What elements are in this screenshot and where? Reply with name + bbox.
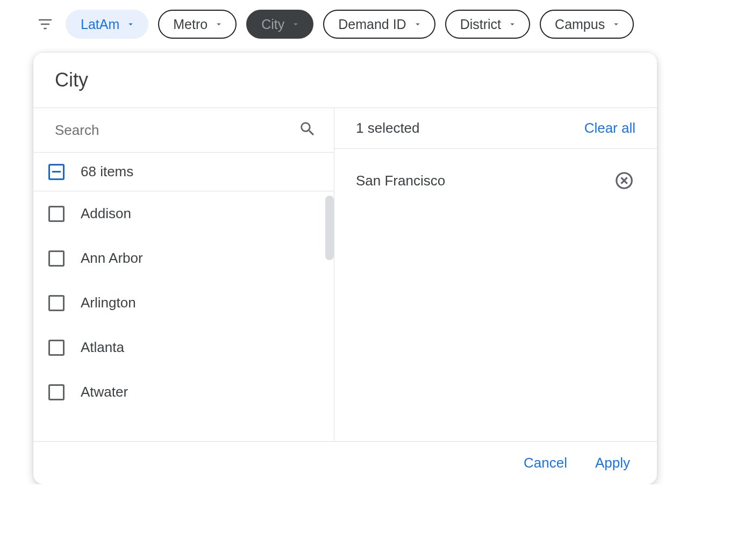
panel-footer: Cancel Apply <box>33 441 657 484</box>
chip-label: Demand ID <box>338 17 406 32</box>
checkbox-icon[interactable] <box>48 384 65 400</box>
selected-count-label: 1 selected <box>356 120 420 137</box>
filter-chip-bar: LatAm Metro City Demand ID District <box>31 10 698 39</box>
dropdown-caret-icon <box>214 19 224 29</box>
list-item[interactable]: Addison <box>33 191 334 236</box>
selected-column: 1 selected Clear all San Francisco <box>334 108 657 441</box>
remove-item-icon[interactable] <box>614 170 634 191</box>
list-item-label: Atlanta <box>81 339 124 356</box>
filter-list-icon[interactable] <box>34 16 56 33</box>
list-item[interactable]: Atlanta <box>33 325 334 370</box>
chip-label: City <box>261 17 284 32</box>
selected-item: San Francisco <box>334 154 657 207</box>
list-item-label: Atwater <box>81 384 128 400</box>
checkbox-icon[interactable] <box>48 206 65 222</box>
indeterminate-checkbox-icon[interactable] <box>48 164 65 180</box>
clear-all-button[interactable]: Clear all <box>584 120 635 137</box>
selected-item-label: San Francisco <box>356 173 445 189</box>
panel-title: City <box>33 53 657 107</box>
chip-demand-id[interactable]: Demand ID <box>323 10 435 39</box>
checkbox-icon[interactable] <box>48 250 65 267</box>
chip-label: LatAm <box>81 17 119 32</box>
city-filter-panel: City 68 items Add <box>33 53 657 484</box>
list-item[interactable]: Arlington <box>33 281 334 325</box>
dropdown-caret-icon <box>126 19 135 29</box>
select-all-row[interactable]: 68 items <box>33 153 334 191</box>
apply-button[interactable]: Apply <box>595 455 630 471</box>
chip-metro[interactable]: Metro <box>158 10 237 39</box>
list-item-label: Ann Arbor <box>81 250 143 267</box>
options-list[interactable]: Addison Ann Arbor Arlington Atlanta <box>33 191 334 441</box>
search-input[interactable] <box>55 122 298 139</box>
chip-label: District <box>460 17 501 32</box>
chip-label: Campus <box>555 17 605 32</box>
dropdown-caret-icon <box>611 19 621 29</box>
options-column: 68 items Addison Ann Arbor <box>33 108 334 441</box>
checkbox-icon[interactable] <box>48 340 65 356</box>
dropdown-caret-icon <box>291 19 301 29</box>
selected-list: San Francisco <box>334 149 657 441</box>
list-item[interactable]: Ann Arbor <box>33 236 334 281</box>
dropdown-caret-icon <box>508 19 517 29</box>
chip-campus[interactable]: Campus <box>540 10 634 39</box>
chip-label: Metro <box>173 17 208 32</box>
chip-city[interactable]: City <box>246 10 313 39</box>
search-icon[interactable] <box>298 120 317 140</box>
list-item-label: Addison <box>81 205 131 222</box>
list-item-label: Arlington <box>81 295 136 311</box>
scrollbar-thumb[interactable] <box>325 196 334 260</box>
chip-district[interactable]: District <box>445 10 530 39</box>
search-row <box>33 108 334 153</box>
chip-latam[interactable]: LatAm <box>66 10 148 39</box>
list-item[interactable]: Atwater <box>33 370 334 414</box>
selected-header: 1 selected Clear all <box>334 108 657 149</box>
items-count-label: 68 items <box>81 163 133 180</box>
checkbox-icon[interactable] <box>48 295 65 311</box>
dropdown-caret-icon <box>413 19 423 29</box>
cancel-button[interactable]: Cancel <box>524 455 567 471</box>
